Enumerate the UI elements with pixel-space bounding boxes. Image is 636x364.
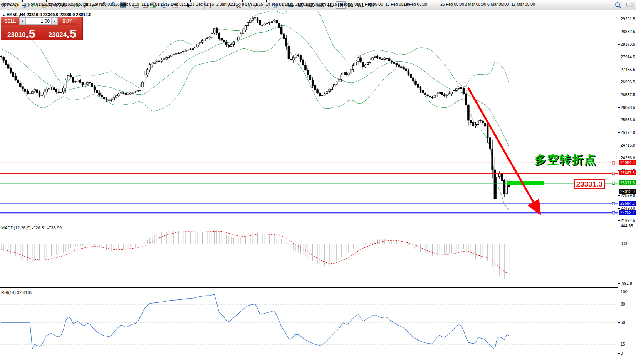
time-tickmark <box>512 0 512 2</box>
price-tick-label: 21974.5 <box>621 218 635 223</box>
volume-decrease-button[interactable]: ▼ <box>19 17 26 25</box>
symbol-header: ▲HK50-,H4 23316.0 23340.0 22866.0 23012.… <box>2 12 91 17</box>
time-tick-label: 8 Jan 01:15 <box>242 2 263 7</box>
time-tickmark <box>290 0 290 2</box>
volume-input[interactable] <box>26 17 51 25</box>
rsi-tickmark <box>618 353 620 354</box>
price-tick-label: 27914.5 <box>621 55 635 59</box>
price-badge: 23331.3 <box>619 180 636 185</box>
price-tick-label: 27455.5 <box>621 67 635 72</box>
rsi-axis-label: 15 <box>621 342 625 346</box>
price-tickmark <box>618 82 620 82</box>
time-tickmark <box>441 0 441 2</box>
time-tickmark <box>465 0 465 2</box>
time-tick-label: 19 Feb 05:00 <box>403 2 427 7</box>
time-tick-label: 17 Dec 01:15 <box>165 2 189 7</box>
price-tick-label: 24715.0 <box>621 143 635 147</box>
sell-price[interactable]: 23010.5 <box>1 25 42 40</box>
rsi-tickmark <box>618 322 620 323</box>
macd-canvas[interactable] <box>0 224 618 287</box>
macd-axis-label: 444.65 <box>621 224 633 228</box>
svg-text:E: E <box>239 5 241 8</box>
time-tickmark <box>266 0 267 2</box>
time-tickmark <box>404 0 404 2</box>
volume-increase-button[interactable]: ▲ <box>51 17 58 25</box>
time-tickmark <box>190 0 191 2</box>
price-tick-label: 26996.5 <box>621 80 635 84</box>
time-tickmark <box>46 0 47 2</box>
time-tick-label: 5 Dec 01:15 <box>117 2 139 7</box>
price-callout-box[interactable]: 23331.3 <box>574 179 605 189</box>
rsi-tickmark <box>618 304 620 304</box>
time-tickmark <box>338 0 338 2</box>
price-badge: 23687.3 <box>619 170 636 175</box>
price-tick-label: 25174.0 <box>621 130 635 135</box>
time-tickmark <box>314 0 314 2</box>
symbol-arrow-icon: ▲ <box>2 13 5 17</box>
rsi-axis-label: 50 <box>621 320 625 325</box>
chat-icon[interactable] <box>626 1 635 9</box>
price-axis[interactable]: 24064.623687.323331.323012.022584.322252… <box>618 11 636 355</box>
buy-price[interactable]: 23024.5 <box>42 25 83 40</box>
time-tickmark <box>488 0 488 2</box>
time-tickmark <box>142 0 142 2</box>
price-badge: 24064.6 <box>619 160 636 165</box>
time-tick-label: 14 Jan 01:15 <box>266 2 289 7</box>
price-tickmark <box>618 19 620 19</box>
time-tick-label: 6 Mar 05:00 <box>487 2 509 7</box>
candlestick-series <box>0 16 510 200</box>
macd-tickmark <box>618 244 620 244</box>
sell-button[interactable]: SELL <box>1 17 19 25</box>
turning-point-annotation[interactable]: 多空转折点 <box>535 152 596 168</box>
price-tickmark <box>618 120 620 120</box>
time-tick-label: 3 Feb 05:00 <box>337 2 359 7</box>
price-tickmark <box>618 208 620 209</box>
price-tickmark <box>618 32 620 32</box>
time-tick-label: 7 Feb 05:00 <box>361 2 383 7</box>
price-tick-label: 28832.5 <box>621 29 635 34</box>
macd-tickmark <box>618 283 620 284</box>
price-badge: 23012.0 <box>619 189 636 194</box>
time-tickmark <box>94 0 94 2</box>
price-tickmark <box>618 107 620 108</box>
price-tick-label: 25633.0 <box>621 117 635 122</box>
bollinger-bands <box>1 11 509 210</box>
price-badge: 22584.3 <box>619 201 636 206</box>
time-tick-label: 2 Jan 01:15 <box>216 2 238 7</box>
rsi-panel[interactable]: RSI(14) 32.8105 <box>0 289 618 354</box>
macd-label: MACD(12,26,9) -926.51 -738.99 <box>1 225 62 230</box>
macd-axis-label: 0.00 <box>621 241 628 246</box>
macd-tickmark <box>618 226 620 226</box>
time-tickmark <box>70 0 70 2</box>
time-tickmark <box>118 0 118 2</box>
main-chart-panel[interactable]: ▲HK50-,H4 23316.0 23340.0 22866.0 23012.… <box>0 11 618 223</box>
rsi-label: RSI(14) 32.8105 <box>1 290 32 295</box>
time-tick-label: 20 Jan 01:15 <box>290 2 313 7</box>
candlestick-chart-canvas[interactable] <box>0 11 618 223</box>
rsi-canvas[interactable] <box>0 289 618 354</box>
price-tick-label: 29291.5 <box>621 17 635 21</box>
time-tickmark <box>2 0 2 2</box>
rsi-tickmark <box>618 292 620 292</box>
price-tickmark <box>618 70 620 70</box>
price-tickmark <box>618 158 620 158</box>
price-badge: 22252.2 <box>619 210 636 215</box>
mt4-window: 订单 自动交易 <box>0 0 636 364</box>
time-tick-label: 11 Dec 01:15 <box>141 2 165 7</box>
rsi-axis-label: 0 <box>621 351 623 356</box>
time-tick-label: Nov 2019 <box>1 2 18 7</box>
price-tickmark <box>618 220 620 221</box>
symbol-ohlc-text: HK50-,H4 23316.0 23340.0 22866.0 23012.0 <box>7 12 91 17</box>
time-tick-label: 13 Nov 01:15 <box>22 2 46 7</box>
search-icon[interactable] <box>613 1 623 9</box>
buy-button[interactable]: BUY <box>58 17 77 25</box>
time-tick-label: 2 Mar 05:00 <box>465 2 486 7</box>
macd-panel[interactable]: MACD(12,26,9) -926.51 -738.99 <box>0 224 618 288</box>
price-tick-label: 28373.5 <box>621 42 635 47</box>
time-tickmark <box>386 0 386 2</box>
price-tick-label: 26078.5 <box>621 105 635 110</box>
price-tickmark <box>618 132 620 133</box>
time-tick-label: 24 Jan 01:15 <box>314 2 337 7</box>
one-click-trading-panel: SELL ▼ ▲ BUY 23010.5 23024.5 <box>1 17 83 40</box>
time-tick-label: 19 Nov 01:15 <box>46 2 70 7</box>
